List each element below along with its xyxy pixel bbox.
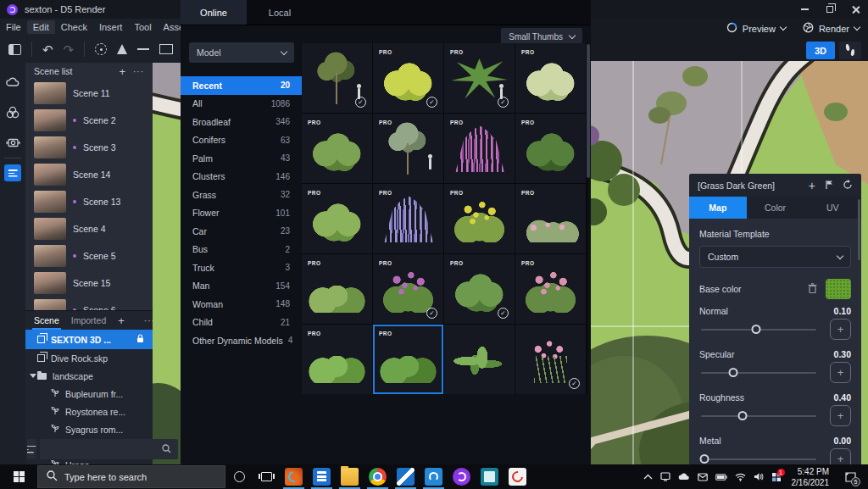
category-item[interactable]: Woman 148 <box>181 295 302 314</box>
category-item[interactable]: All 1086 <box>181 95 302 114</box>
category-item[interactable]: Other Dynamic Models 4 <box>181 331 302 350</box>
menu-item[interactable]: Assets <box>158 20 181 34</box>
scene-thumbnail[interactable] <box>34 272 66 294</box>
redo-icon[interactable]: ↷ <box>64 43 75 56</box>
category-item[interactable]: Child 21 <box>181 314 302 332</box>
tree-tab[interactable]: Scene <box>34 311 59 330</box>
taskbar-app-button[interactable] <box>308 464 336 489</box>
scene-list-item[interactable]: Scene 2 <box>25 107 153 134</box>
restore-button[interactable] <box>817 0 843 19</box>
asset-thumbnail[interactable]: PRO ✓ <box>302 114 372 183</box>
cortana-button[interactable] <box>225 464 253 489</box>
reset-material-icon[interactable] <box>843 180 853 192</box>
asset-thumbnail[interactable]: PRO ✓ <box>515 325 586 394</box>
undo-icon[interactable]: ↶ <box>42 43 53 56</box>
asset-thumbnail[interactable]: PRO ✓ <box>373 254 443 324</box>
asset-thumbnail[interactable]: PRO ✓ <box>373 325 443 394</box>
add-texture-button[interactable]: + <box>830 448 851 464</box>
caret-down-icon[interactable] <box>30 374 36 378</box>
taskbar-app-button[interactable] <box>420 464 448 489</box>
material-tab[interactable]: Map <box>689 197 747 219</box>
category-item[interactable]: Bus 2 <box>181 241 302 259</box>
taskbar-app-button[interactable] <box>392 464 420 489</box>
filter-button[interactable] <box>27 439 36 459</box>
tree-item[interactable]: Syagrus rom... <box>25 420 153 438</box>
region-select-icon[interactable] <box>95 43 107 55</box>
tree-item[interactable]: Roystonea re... <box>25 403 153 420</box>
taskbar-app-button[interactable] <box>280 464 308 489</box>
minimize-button[interactable] <box>792 0 817 19</box>
base-color-swatch[interactable] <box>826 279 851 299</box>
asset-thumbnail[interactable]: PRO ✓ <box>302 254 372 324</box>
walk-mode-button[interactable] <box>839 42 861 59</box>
action-center-button[interactable]: 5 <box>839 464 861 489</box>
menu-item[interactable]: Edit <box>27 20 55 34</box>
property-slider[interactable] <box>701 372 816 374</box>
tree-item[interactable]: SEXTON 3D ... <box>25 330 153 349</box>
category-item[interactable]: Palm 43 <box>181 149 302 168</box>
preview-button[interactable]: Preview <box>743 24 776 34</box>
add-scene-button[interactable]: + <box>119 65 125 78</box>
asset-thumbnail[interactable]: PRO ✓ <box>515 184 586 253</box>
category-item[interactable]: Man 154 <box>181 277 302 296</box>
slider-knob[interactable] <box>700 454 709 464</box>
scene-thumbnail[interactable] <box>34 164 66 186</box>
property-slider[interactable] <box>701 458 816 460</box>
scene-list-item[interactable]: Scene 15 <box>25 270 153 297</box>
taskbar-search[interactable]: Type here to search <box>37 465 225 488</box>
cone-tool-icon[interactable] <box>117 44 127 54</box>
category-item[interactable]: Conifers 63 <box>181 131 302 150</box>
tree-search-box[interactable] <box>40 439 178 459</box>
taskbar-clock[interactable]: 5:42 PM 2/16/2021 <box>792 466 830 488</box>
asset-thumbnail[interactable]: PRO ✓ <box>373 184 443 253</box>
wifi-icon[interactable] <box>735 473 746 481</box>
chevron-up-icon[interactable] <box>643 474 653 480</box>
scene-list-item[interactable]: Scene 14 <box>25 161 153 188</box>
panel-toggle-icon[interactable] <box>8 44 21 55</box>
scene-list-more-button[interactable]: ··· <box>133 67 144 76</box>
category-item[interactable]: Truck 3 <box>181 258 302 277</box>
add-model-button[interactable]: + <box>118 314 125 327</box>
preview-chevron-icon[interactable] <box>780 24 787 31</box>
scene-list-item[interactable]: Scene 5 <box>25 242 153 270</box>
asset-grid-scrollbar[interactable] <box>587 44 590 178</box>
tree-item[interactable]: Bupleurum fr... <box>25 385 153 403</box>
asset-source-tab[interactable]: Online <box>181 0 247 25</box>
asset-thumbnail[interactable]: PRO ✓ <box>302 325 372 394</box>
slider-knob[interactable] <box>729 368 738 377</box>
cloud-assets-icon[interactable] <box>4 73 21 90</box>
battery-icon[interactable] <box>715 474 727 481</box>
asset-thumbnail[interactable]: PRO ✓ <box>444 43 515 113</box>
asset-source-tab[interactable]: Local <box>247 0 313 25</box>
volume-icon[interactable] <box>754 472 764 481</box>
add-texture-button[interactable]: + <box>830 319 851 340</box>
scene-list-item[interactable]: Scene 4 <box>25 215 153 242</box>
trash-icon[interactable] <box>808 281 817 297</box>
asset-thumbnail[interactable]: PRO ✓ <box>302 184 372 253</box>
task-view-button[interactable] <box>253 464 280 489</box>
device-icon[interactable] <box>660 472 670 481</box>
camera-icon[interactable] <box>4 134 21 151</box>
category-item[interactable]: Flower 101 <box>181 204 302 223</box>
tree-item[interactable]: Dive Rock.skp <box>25 349 153 367</box>
tree-tab[interactable]: Imported <box>71 311 106 330</box>
taskbar-app-button[interactable] <box>448 464 476 489</box>
scene-list-icon[interactable] <box>4 164 21 181</box>
tree-more-button[interactable]: ··· <box>144 316 155 325</box>
render-chevron-icon[interactable] <box>854 24 860 31</box>
add-texture-button[interactable]: + <box>830 362 851 383</box>
onedrive-icon[interactable] <box>678 473 690 481</box>
tree-item[interactable]: landscape <box>25 367 153 385</box>
close-button[interactable] <box>843 0 868 19</box>
scene-list-item[interactable]: Scene 6 <box>25 297 153 310</box>
scene-list-item[interactable]: Scene 13 <box>25 188 153 215</box>
scene-thumbnail[interactable] <box>34 109 66 131</box>
category-item[interactable]: Broadleaf 346 <box>181 113 302 131</box>
asset-thumbnail[interactable]: PRO ✓ <box>373 114 443 183</box>
mail-icon[interactable] <box>698 473 708 481</box>
materials-icon[interactable] <box>4 103 21 120</box>
template-select[interactable]: Custom <box>699 246 851 268</box>
menu-item[interactable]: Check <box>55 20 93 34</box>
material-tab[interactable]: Color <box>747 197 804 219</box>
property-slider[interactable] <box>701 329 816 331</box>
